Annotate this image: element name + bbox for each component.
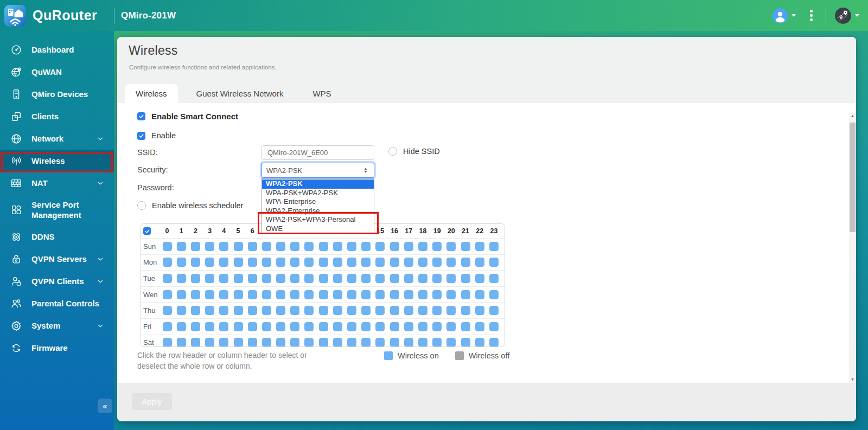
schedule-cell[interactable] — [446, 306, 456, 315]
schedule-cell[interactable] — [375, 290, 385, 299]
schedule-cell[interactable] — [489, 242, 499, 251]
schedule-cell[interactable] — [390, 322, 399, 331]
schedule-cell[interactable] — [191, 290, 200, 299]
schedule-cell[interactable] — [347, 290, 356, 299]
schedule-cell[interactable] — [163, 242, 172, 251]
schedule-cell[interactable] — [304, 322, 314, 331]
schedule-cell[interactable] — [361, 242, 371, 251]
security-option[interactable]: OWE — [262, 224, 374, 234]
schedule-cell[interactable] — [205, 322, 214, 331]
schedule-cell[interactable] — [163, 306, 172, 315]
schedule-cell[interactable] — [446, 258, 456, 267]
schedule-hour-header[interactable]: 17 — [401, 227, 416, 235]
schedule-cell[interactable] — [333, 242, 342, 251]
sidebar-item-qmiro-devices[interactable]: QMiro Devices — [0, 83, 114, 105]
schedule-cell[interactable] — [475, 290, 484, 299]
schedule-cell[interactable] — [248, 322, 257, 331]
schedule-cell[interactable] — [375, 258, 385, 267]
security-option[interactable]: WPA-PSK+WPA2-PSK — [262, 189, 374, 198]
schedule-cell[interactable] — [262, 338, 271, 347]
schedule-cell[interactable] — [234, 322, 243, 331]
schedule-day-header[interactable]: Fri — [143, 323, 160, 331]
sidebar-item-system[interactable]: System — [0, 315, 114, 337]
schedule-cell[interactable] — [333, 274, 342, 283]
schedule-cell[interactable] — [163, 274, 172, 283]
schedule-cell[interactable] — [489, 258, 499, 267]
schedule-cell[interactable] — [461, 290, 470, 299]
schedule-day-header[interactable]: Tue — [143, 274, 160, 283]
schedule-cell[interactable] — [446, 322, 456, 331]
schedule-cell[interactable] — [319, 306, 328, 315]
schedule-cell[interactable] — [276, 290, 285, 299]
schedule-cell[interactable] — [461, 322, 470, 331]
schedule-cell[interactable] — [361, 274, 371, 283]
schedule-cell[interactable] — [361, 290, 371, 299]
schedule-cell[interactable] — [262, 290, 271, 299]
schedule-cell[interactable] — [333, 258, 342, 267]
sidebar-item-nat[interactable]: NAT — [0, 172, 114, 194]
schedule-cell[interactable] — [432, 322, 442, 331]
scroll-down-arrow[interactable]: ▼ — [849, 376, 856, 383]
sidebar-item-clients[interactable]: Clients — [0, 105, 114, 127]
schedule-cell[interactable] — [205, 242, 214, 251]
sidebar-item-qvpn-servers[interactable]: QVPN Servers — [0, 248, 114, 270]
schedule-cell[interactable] — [333, 306, 342, 315]
schedule-cell[interactable] — [177, 338, 186, 347]
schedule-cell[interactable] — [276, 338, 285, 347]
sidebar-item-wireless[interactable]: Wireless — [0, 150, 114, 172]
schedule-cell[interactable] — [404, 338, 413, 347]
schedule-cell[interactable] — [432, 274, 442, 283]
schedule-cell[interactable] — [304, 274, 314, 283]
schedule-cell[interactable] — [432, 306, 442, 315]
schedule-cell[interactable] — [234, 242, 243, 251]
sidebar-item-service-port-management[interactable]: Service Port Management — [0, 194, 114, 226]
schedule-cell[interactable] — [205, 258, 214, 267]
schedule-cell[interactable] — [390, 242, 399, 251]
schedule-cell[interactable] — [404, 258, 413, 267]
schedule-cell[interactable] — [276, 242, 285, 251]
schedule-cell[interactable] — [418, 274, 427, 283]
schedule-cell[interactable] — [191, 242, 200, 251]
schedule-cell[interactable] — [489, 290, 499, 299]
schedule-cell[interactable] — [163, 322, 172, 331]
sidebar-item-quwan[interactable]: QuWAN — [0, 61, 114, 83]
sidebar-item-qvpn-clients[interactable]: QVPN Clients — [0, 270, 114, 292]
schedule-hour-header[interactable]: 5 — [231, 227, 245, 235]
schedule-cell[interactable] — [219, 338, 228, 347]
schedule-cell[interactable] — [205, 274, 214, 283]
schedule-cell[interactable] — [390, 290, 399, 299]
security-option[interactable]: WPA2-PSK — [262, 179, 374, 189]
schedule-cell[interactable] — [248, 306, 257, 315]
schedule-cell[interactable] — [248, 258, 257, 267]
schedule-select-all-checkbox[interactable] — [143, 227, 151, 235]
schedule-cell[interactable] — [489, 274, 499, 283]
schedule-cell[interactable] — [375, 322, 385, 331]
kebab-menu-icon[interactable] — [808, 8, 815, 23]
schedule-cell[interactable] — [446, 274, 456, 283]
schedule-cell[interactable] — [163, 258, 172, 267]
tab-wireless[interactable]: Wireless — [125, 84, 178, 103]
security-option[interactable]: WPA2-Enterprise — [262, 207, 374, 216]
schedule-cell[interactable] — [375, 338, 385, 347]
schedule-cell[interactable] — [461, 306, 470, 315]
schedule-cell[interactable] — [177, 322, 186, 331]
schedule-cell[interactable] — [475, 338, 484, 347]
schedule-hour-header[interactable]: 23 — [487, 227, 501, 235]
schedule-day-header[interactable]: Thu — [143, 306, 160, 315]
schedule-cell[interactable] — [347, 258, 356, 267]
schedule-cell[interactable] — [475, 242, 484, 251]
schedule-cell[interactable] — [290, 338, 299, 347]
schedule-cell[interactable] — [361, 258, 371, 267]
schedule-cell[interactable] — [347, 242, 356, 251]
schedule-cell[interactable] — [177, 290, 186, 299]
schedule-cell[interactable] — [418, 242, 427, 251]
schedule-cell[interactable] — [177, 274, 186, 283]
schedule-cell[interactable] — [461, 274, 470, 283]
schedule-cell[interactable] — [390, 258, 399, 267]
schedule-cell[interactable] — [347, 274, 356, 283]
schedule-cell[interactable] — [461, 258, 470, 267]
scrollbar-thumb[interactable] — [850, 123, 856, 232]
schedule-cell[interactable] — [191, 306, 200, 315]
schedule-cell[interactable] — [177, 258, 186, 267]
schedule-cell[interactable] — [347, 322, 356, 331]
